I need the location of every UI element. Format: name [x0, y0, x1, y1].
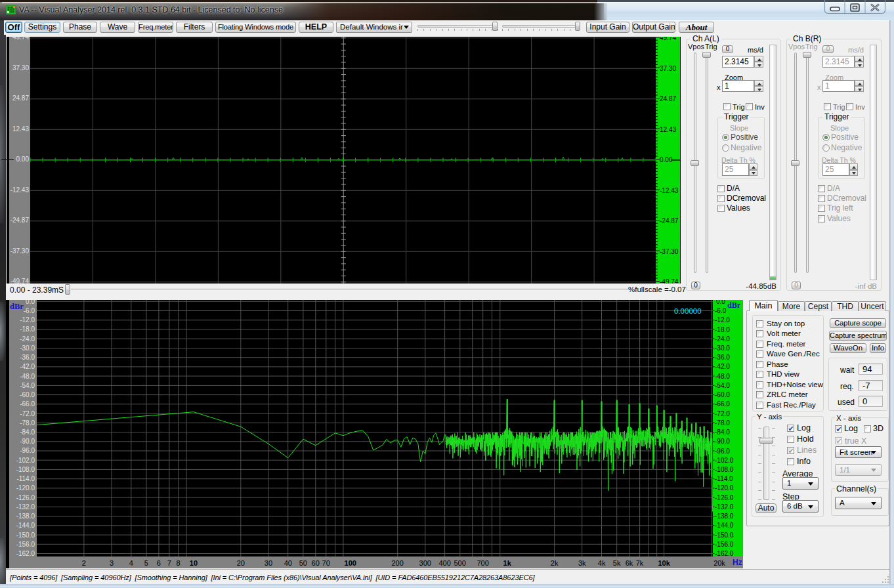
- svg-text:-37.30: -37.30: [660, 247, 679, 255]
- svg-text:-12.43: -12.43: [660, 186, 679, 194]
- svg-text:24.87: 24.87: [660, 95, 676, 102]
- svg-text:-84.0: -84.0: [715, 429, 730, 436]
- svg-text:-132.0: -132.0: [715, 503, 734, 511]
- svg-text:-90.0: -90.0: [715, 438, 730, 445]
- svg-text:-126.0: -126.0: [715, 494, 734, 501]
- svg-text:-6.0: -6.0: [715, 307, 727, 314]
- svg-text:-24.0: -24.0: [715, 335, 730, 343]
- svg-text:-120.0: -120.0: [715, 484, 734, 492]
- svg-text:0.00000: 0.00000: [674, 307, 702, 315]
- svg-text:0.0: 0.0: [716, 300, 725, 305]
- svg-text:-42.0: -42.0: [715, 363, 730, 370]
- svg-text:-102.0: -102.0: [715, 457, 734, 464]
- svg-text:-36.0: -36.0: [715, 354, 730, 361]
- svg-text:-30.0: -30.0: [715, 345, 730, 352]
- svg-text:-49.74: -49.74: [660, 278, 679, 284]
- svg-text:-156.0: -156.0: [715, 541, 734, 548]
- svg-text:37.30: 37.30: [660, 64, 676, 72]
- svg-text:-54.0: -54.0: [715, 382, 730, 389]
- svg-text:-24.87: -24.87: [660, 217, 679, 224]
- svg-text:-48.0: -48.0: [715, 373, 730, 380]
- svg-text:0.00: 0.00: [660, 156, 673, 163]
- svg-text:-96.0: -96.0: [715, 448, 730, 455]
- svg-text:49.74: 49.74: [660, 37, 676, 41]
- svg-text:-18.0: -18.0: [715, 326, 730, 333]
- svg-text:-108.0: -108.0: [715, 466, 734, 473]
- svg-text:-12.0: -12.0: [715, 316, 730, 324]
- svg-text:-144.0: -144.0: [715, 522, 734, 529]
- svg-text:-162.0: -162.0: [715, 550, 734, 556]
- svg-text:-60.0: -60.0: [715, 391, 730, 398]
- svg-text:-138.0: -138.0: [715, 513, 734, 520]
- svg-text:-114.0: -114.0: [715, 475, 733, 482]
- svg-text:-150.0: -150.0: [715, 532, 734, 539]
- svg-text:-66.0: -66.0: [715, 400, 730, 408]
- svg-text:-72.0: -72.0: [715, 410, 730, 417]
- svg-text:12.43: 12.43: [660, 125, 676, 133]
- svg-text:-78.0: -78.0: [715, 419, 730, 427]
